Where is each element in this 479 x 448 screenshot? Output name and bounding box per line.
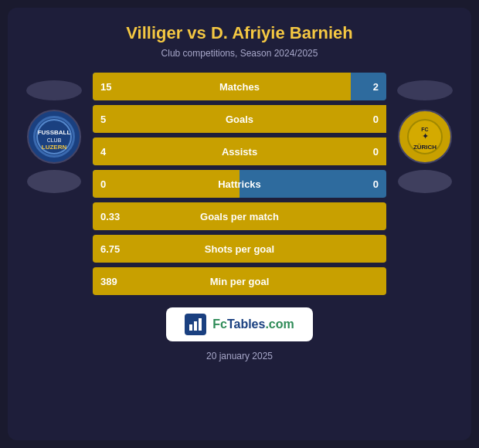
svg-text:ZÜRICH: ZÜRICH <box>413 144 437 151</box>
page-subtitle: Club competitions, Season 2024/2025 <box>161 48 318 59</box>
goals-label: Goals <box>226 114 253 125</box>
svg-text:✦: ✦ <box>422 131 429 141</box>
fctables-chart-icon <box>188 317 203 332</box>
matches-label: Matches <box>219 81 260 93</box>
matches-right-value: 2 <box>373 81 379 93</box>
svg-rect-10 <box>199 318 202 331</box>
stat-row-goals: 5 Goals 0 <box>93 105 386 133</box>
stat-row-hattricks: 0 Hattricks 0 <box>93 170 386 198</box>
svg-rect-8 <box>189 324 192 331</box>
stats-area: 15 Matches 2 5 Goals 0 4 Assists 0 <box>93 73 386 295</box>
fctables-logo-container: FcTables.com <box>166 307 313 341</box>
fctables-icon <box>185 314 206 335</box>
svg-text:LUZERN: LUZERN <box>42 144 67 151</box>
comparison-area: FUSSBALL CLUB LUZERN 15 Matches 2 <box>23 73 456 295</box>
right-blob-top <box>397 80 453 100</box>
svg-text:FUSSBALL: FUSSBALL <box>38 129 71 136</box>
fctables-text: FcTables.com <box>212 317 294 331</box>
fcz-badge-svg: FC ✦ ZÜRICH <box>407 119 443 154</box>
stat-row-matches: 15 Matches 2 <box>93 73 386 100</box>
stat-row-goals-per-match: 0.33 Goals per match <box>93 202 386 230</box>
goals-right-value: 0 <box>373 114 379 125</box>
hattricks-right-value: 0 <box>373 178 379 190</box>
mpg-value: 389 <box>100 276 117 287</box>
logo-left-container: FUSSBALL CLUB LUZERN <box>23 73 85 193</box>
stat-row-min-per-goal: 389 Min per goal <box>93 267 386 295</box>
fctables-tables: Tables <box>227 317 266 331</box>
date-label: 20 january 2025 <box>206 351 273 361</box>
page-title: Villiger vs D. Afriyie Barnieh <box>126 23 352 43</box>
fcz-logo: FC ✦ ZÜRICH <box>398 110 452 164</box>
stat-row-assists: 4 Assists 0 <box>93 137 386 165</box>
left-blob-top <box>26 80 82 100</box>
comparison-card: Villiger vs D. Afriyie Barnieh Club comp… <box>8 8 471 440</box>
assists-right-value: 0 <box>373 146 379 158</box>
gpm-label: Goals per match <box>200 211 279 222</box>
matches-left-value: 15 <box>100 81 111 93</box>
spg-value: 6.75 <box>100 243 120 255</box>
svg-rect-9 <box>194 321 197 331</box>
stat-row-shots-per-goal: 6.75 Shots per goal <box>93 235 386 263</box>
right-blob-bottom <box>398 170 452 193</box>
assists-label: Assists <box>222 146 257 158</box>
logo-right-container: FC ✦ ZÜRICH <box>394 73 456 193</box>
hattricks-left-value: 0 <box>100 178 106 190</box>
fcl-badge-svg: FUSSBALL CLUB LUZERN <box>36 119 72 154</box>
assists-left-value: 4 <box>100 146 106 158</box>
svg-text:CLUB: CLUB <box>47 137 62 143</box>
goals-left-value: 5 <box>100 114 106 125</box>
hattricks-label: Hattricks <box>218 178 261 190</box>
fctables-fc: Fc <box>212 317 227 331</box>
fcl-logo: FUSSBALL CLUB LUZERN <box>27 110 81 164</box>
fctables-dot-com: .com <box>265 317 294 331</box>
mpg-label: Min per goal <box>210 276 270 287</box>
fcl-inner-badge: FUSSBALL CLUB LUZERN <box>33 116 75 158</box>
left-blob-bottom <box>27 170 81 193</box>
gpm-value: 0.33 <box>100 211 120 222</box>
spg-label: Shots per goal <box>205 243 274 255</box>
